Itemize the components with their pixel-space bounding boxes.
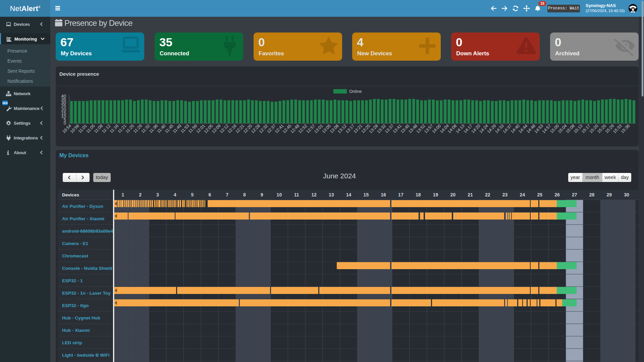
svg-text:11:05: 11:05 [85,123,96,134]
svg-text:11:49: 11:49 [172,123,182,134]
svg-text:8: 8 [243,192,246,197]
svg-text:Console - Nvidia Shield T: Console - Nvidia Shield T [62,266,117,271]
svg-text:11:45: 11:45 [164,123,174,134]
svg-text:5: 5 [191,192,194,197]
svg-text:25: 25 [537,192,542,197]
svg-text:11:08: 11:08 [93,123,104,134]
svg-text:16: 16 [381,192,386,197]
svg-text:18: 18 [416,192,421,197]
svg-text:11:01: 11:01 [77,123,88,134]
svg-text:android-68608b93a00e4: android-68608b93a00e4 [62,229,113,234]
svg-text:6: 6 [208,192,211,197]
svg-text:11:16: 11:16 [109,123,119,134]
svg-text:23: 23 [502,192,508,197]
svg-text:Devices: Devices [62,192,79,197]
svg-text:15:36: 15:36 [620,123,631,134]
svg-text:30: 30 [624,192,629,197]
svg-text:29: 29 [607,192,612,197]
svg-text:9: 9 [261,192,263,197]
svg-text:Camera - E1: Camera - E1 [62,241,89,246]
svg-text:11:21: 11:21 [117,123,127,134]
svg-text:Hub - Cygnet Hub: Hub - Cygnet Hub [62,315,100,320]
svg-text:19: 19 [433,192,438,197]
svg-text:11:25: 11:25 [124,123,135,134]
svg-text:11: 11 [294,192,299,197]
svg-text:Air Purifier - Xiaomi: Air Purifier - Xiaomi [62,216,104,221]
svg-text:17: 17 [398,192,404,197]
svg-text:26: 26 [554,192,560,197]
svg-text:2: 2 [139,192,142,197]
svg-text:3: 3 [156,192,159,197]
svg-text:10:56: 10:56 [69,123,80,134]
svg-text:1: 1 [122,192,124,197]
svg-text:13: 13 [329,192,334,197]
svg-text:Online: Online [349,89,362,94]
svg-text:LED strip: LED strip [62,340,82,345]
svg-text:Chromecast: Chromecast [62,253,89,258]
svg-text:11:40: 11:40 [156,123,166,134]
svg-text:10: 10 [277,192,282,197]
svg-text:28: 28 [589,192,595,197]
svg-text:12: 12 [311,192,317,197]
svg-text:11:32: 11:32 [140,123,151,134]
svg-text:11:36: 11:36 [148,123,159,134]
svg-text:14: 14 [346,192,352,197]
svg-text:40: 40 [61,94,66,99]
svg-text:15: 15 [364,192,369,197]
svg-text:Light - bedside B WiFi: Light - bedside B WiFi [62,353,110,358]
svg-text:Air Purifier - Dyson: Air Purifier - Dyson [62,204,103,209]
svg-text:11:29: 11:29 [132,123,143,134]
svg-text:21: 21 [468,192,473,197]
svg-text:24: 24 [520,192,525,197]
svg-text:ESP32 - 1: ESP32 - 1 [62,278,83,283]
svg-text:4: 4 [174,192,176,197]
svg-text:ESP32 - 1n - Laser Toy: ESP32 - 1n - Laser Toy [62,291,111,296]
svg-text:Hub - Xiaomi: Hub - Xiaomi [62,328,90,333]
svg-text:22: 22 [485,192,490,197]
svg-text:27: 27 [572,192,577,197]
svg-text:11:12: 11:12 [101,123,111,134]
svg-text:11:53: 11:53 [180,123,190,134]
svg-text:7: 7 [226,192,228,197]
svg-text:ESP32 - ttgo: ESP32 - ttgo [62,303,89,308]
svg-text:20: 20 [450,192,456,197]
